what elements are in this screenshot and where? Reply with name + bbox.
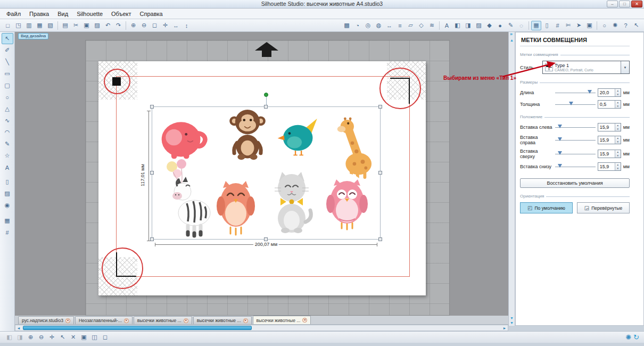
trace-icon[interactable]: ◔ [352,21,362,30]
spinner[interactable]: ▲▼ [615,163,621,170]
registration-marks-tool[interactable]: ▦ [2,215,13,226]
library-icon[interactable]: ▣ [584,21,595,30]
sketch-icon[interactable]: ✎ [506,21,516,30]
value-slider[interactable] [555,89,596,96]
settings-gear-icon[interactable]: ✺ [625,333,632,342]
selection-handle[interactable] [264,237,268,241]
pan-quick-icon[interactable]: ✛ [47,333,57,342]
value-field[interactable]: 0,5▲▼ [598,100,621,109]
value-field[interactable]: 15,9▲▼ [598,136,621,144]
line-color-icon[interactable]: ◨ [463,21,473,30]
document-tab[interactable]: Неозаглавленный-... ✕ [75,316,133,324]
cursor-tool-icon[interactable]: ↖ [631,21,641,30]
style-dropdown[interactable]: Type 1 CAMEO, Portrait, Curio ▼ [542,61,630,74]
star-tool[interactable]: ☆ [2,150,13,161]
rectangle-tool[interactable]: ▭ [2,68,13,79]
grid-settings-icon[interactable]: # [552,21,563,30]
menu-item[interactable]: Справка [136,10,167,18]
pan-icon[interactable]: ↔ [171,21,181,30]
paste-icon[interactable]: ▨ [92,21,102,30]
store-icon[interactable]: ○ [599,21,609,30]
help-icon[interactable]: ? [621,21,631,30]
shadow-icon[interactable]: ● [495,21,505,30]
media-setup-tool[interactable]: ▨ [2,188,13,199]
selection-handle[interactable] [378,105,382,109]
value-slider[interactable] [555,101,596,108]
rhinestone-icon[interactable]: ◌ [516,21,526,30]
spin-up-icon[interactable]: ▲ [615,101,621,104]
polygon-tool[interactable]: △ [2,103,13,114]
fill-color-icon[interactable]: ◧ [452,21,463,30]
rounded-rectangle-tool[interactable]: ▢ [2,80,13,91]
spin-up-icon[interactable]: ▲ [615,163,621,167]
tab-close-icon[interactable]: ✕ [243,318,248,323]
tab-close-icon[interactable]: ✕ [65,318,70,323]
menu-item[interactable]: Объект [107,10,135,18]
copy-icon[interactable]: ▣ [81,21,92,30]
menu-item[interactable]: Silhouette [72,10,107,18]
duplicate-icon[interactable]: ▣ [79,333,89,342]
value-field[interactable]: 15,9▲▼ [598,162,621,171]
horizontal-scrollbar[interactable]: ◄ ► [15,325,508,331]
document-tab[interactable]: рус.надписи.studio3 ✕ [18,316,74,324]
zoom-out-quick-icon[interactable]: ⊖ [36,333,46,342]
slider-marker-icon[interactable] [588,90,592,94]
scroll-up-icon[interactable]: ▲ [510,38,514,42]
value-field[interactable]: 15,9▲▼ [598,150,621,158]
spin-up-icon[interactable]: ▲ [615,136,621,140]
grid-tool[interactable]: # [2,227,13,238]
slider-marker-icon[interactable] [558,125,562,128]
menu-item[interactable]: Файл [2,10,25,18]
zoom-out-icon[interactable]: ⊖ [139,21,149,30]
tab-close-icon[interactable]: ✕ [184,318,188,323]
cut-settings-icon[interactable]: ✄ [563,21,573,30]
menu-item[interactable]: Вид [53,10,72,18]
selection-box[interactable] [152,106,381,240]
selection-handle[interactable] [378,237,382,241]
document-tab[interactable]: высечки животные ... ✕ [253,316,311,324]
undo-icon[interactable]: ↶ [103,21,113,30]
offset-icon[interactable]: ◎ [363,21,373,30]
select-quick-icon[interactable]: ↖ [57,333,68,342]
modify-icon[interactable]: ◍ [374,21,384,30]
scroll-right-icon[interactable]: ► [501,326,508,330]
curve-tool[interactable]: ∿ [2,115,13,126]
selection-handle[interactable] [264,105,268,109]
send-to-silhouette-icon[interactable]: ➤ [574,21,584,30]
page-setup-icon[interactable]: ▯ [542,21,552,30]
selection-handle[interactable] [150,237,154,241]
transform-icon[interactable]: ↔ [384,21,394,30]
scroll-down-icon-2[interactable]: ▼ [510,321,514,325]
scroll-left-icon[interactable]: ◄ [15,326,22,330]
nest-icon[interactable]: ◇ [416,21,426,30]
sync-icon[interactable]: ↻ [633,333,640,342]
redo-icon[interactable]: ↷ [113,21,123,30]
scrollbar-thumb[interactable] [23,326,252,330]
scroll-down-icon[interactable]: ▼ [510,316,514,320]
orientation-reversed-button[interactable]: ◲ Перевёрнутые [577,202,630,213]
value-field[interactable]: 20,0▲▼ [598,88,621,97]
zoom-in-icon[interactable]: ⊕ [128,21,138,30]
group-icon[interactable]: ◫ [89,333,100,342]
object-properties-icon[interactable]: ≋ [427,21,437,30]
menu-item[interactable]: Правка [25,10,53,18]
spin-up-icon[interactable]: ▲ [615,89,621,93]
point-edit-tool[interactable]: ✐ [2,45,13,56]
orientation-default-button[interactable]: ◰ По умолчанию [520,202,573,213]
maximize-button[interactable]: □ [619,1,630,7]
spinner[interactable]: ▲▼ [615,101,621,108]
page-setup-tool[interactable]: ▯ [2,176,13,187]
dropdown-arrow-button[interactable]: ▼ [621,61,629,73]
spin-down-icon[interactable]: ▼ [615,167,621,170]
slider-marker-icon[interactable] [569,102,573,105]
value-slider[interactable] [555,137,596,143]
save-to-library-icon[interactable]: ▦ [35,21,45,30]
spinner[interactable]: ▲▼ [615,150,621,158]
registration-marks-icon[interactable]: ▦ [531,21,541,30]
drag-zoom-icon[interactable]: ✛ [160,21,170,30]
print-icon[interactable]: ▤ [60,21,70,30]
value-slider[interactable] [555,124,596,130]
export-icon[interactable]: ▧ [45,21,55,30]
spinner[interactable]: ▲▼ [615,123,621,131]
convert-icon[interactable]: ◧ [4,333,14,342]
